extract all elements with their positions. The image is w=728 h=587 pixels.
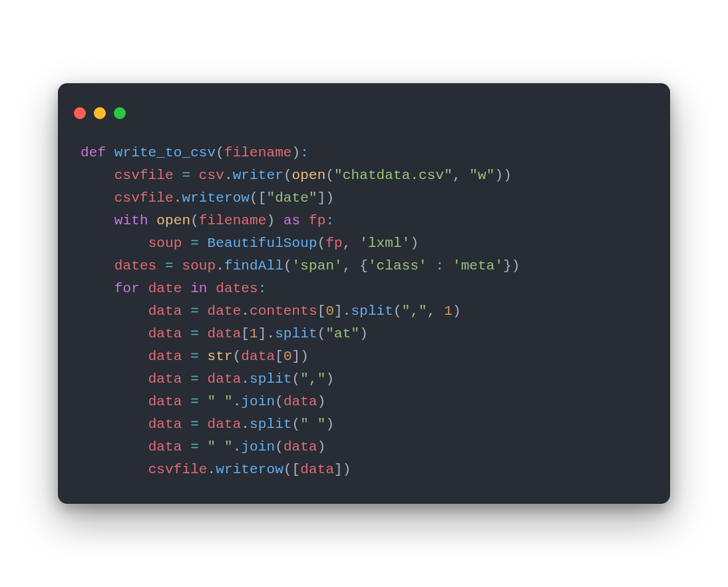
code-token bbox=[81, 281, 114, 296]
code-token bbox=[81, 168, 114, 183]
code-token: ( bbox=[233, 349, 242, 364]
code-token: dates bbox=[216, 281, 258, 296]
code-token: 'lxml' bbox=[359, 236, 410, 251]
code-token bbox=[300, 213, 309, 228]
code-token: )) bbox=[494, 168, 511, 183]
code-token: as bbox=[283, 213, 300, 228]
code-token bbox=[182, 326, 190, 341]
code-token: data bbox=[148, 371, 182, 387]
code-token: . bbox=[174, 190, 182, 206]
code-token bbox=[156, 258, 165, 274]
code-token: . bbox=[241, 371, 250, 387]
code-token: split bbox=[250, 417, 292, 432]
code-token: "w" bbox=[469, 168, 494, 183]
code-token: data bbox=[148, 439, 182, 455]
code-token: ( bbox=[393, 303, 402, 319]
code-token: ]. bbox=[258, 326, 275, 341]
code-token bbox=[182, 281, 190, 296]
stage: def write_to_csv(filename): csvfile = cs… bbox=[0, 0, 728, 587]
code-token: = bbox=[165, 258, 174, 274]
code-token: csvfile bbox=[148, 462, 208, 477]
code-token: BeautifulSoup bbox=[208, 236, 317, 251]
code-token: = bbox=[190, 394, 199, 409]
code-token: with bbox=[114, 213, 148, 228]
code-token: = bbox=[190, 439, 199, 455]
code-window: def write_to_csv(filename): csvfile = cs… bbox=[58, 83, 670, 504]
code-token: ( bbox=[317, 236, 326, 251]
code-token: split bbox=[250, 371, 292, 387]
code-token: fp bbox=[325, 236, 342, 251]
minimize-icon[interactable] bbox=[94, 107, 106, 119]
code-block: def write_to_csv(filename): csvfile = cs… bbox=[58, 128, 670, 481]
code-token: : bbox=[436, 258, 445, 274]
code-token: 1 bbox=[250, 326, 258, 341]
code-token: = bbox=[190, 326, 199, 341]
code-token: ) bbox=[317, 394, 326, 409]
code-token: ) bbox=[453, 303, 461, 319]
code-token: findAll bbox=[224, 258, 283, 274]
code-token bbox=[199, 371, 208, 387]
close-icon[interactable] bbox=[74, 107, 86, 119]
code-token: date bbox=[148, 281, 182, 296]
code-token: , bbox=[427, 303, 444, 319]
code-token: data bbox=[283, 394, 317, 409]
code-token: 1 bbox=[444, 303, 453, 319]
code-token bbox=[427, 258, 436, 274]
code-token: data bbox=[148, 349, 182, 364]
code-token bbox=[199, 326, 208, 341]
code-token: . bbox=[208, 462, 216, 477]
code-token: open bbox=[156, 213, 190, 228]
code-token: . bbox=[233, 394, 242, 409]
code-token bbox=[199, 236, 208, 251]
code-token: ]) bbox=[317, 190, 334, 206]
code-token: ( bbox=[317, 326, 326, 341]
code-token: " " bbox=[300, 417, 325, 432]
code-token bbox=[148, 213, 157, 228]
code-token: , bbox=[343, 236, 359, 251]
code-token: 'span' bbox=[292, 258, 343, 274]
code-token: = bbox=[190, 349, 199, 364]
code-token bbox=[174, 168, 182, 183]
code-token: " " bbox=[208, 439, 233, 455]
code-token bbox=[182, 439, 190, 455]
code-token bbox=[199, 439, 208, 455]
code-token: ( bbox=[283, 258, 292, 274]
code-token: data bbox=[300, 462, 334, 477]
code-token bbox=[81, 371, 148, 387]
code-token: ( bbox=[190, 213, 199, 228]
code-token: ) bbox=[359, 326, 368, 341]
code-token bbox=[182, 371, 190, 387]
code-token: ( bbox=[325, 168, 334, 183]
code-token: data bbox=[148, 394, 182, 409]
code-token: ) bbox=[266, 213, 283, 228]
code-token bbox=[140, 281, 148, 296]
code-token bbox=[81, 326, 148, 341]
code-token bbox=[208, 281, 216, 296]
code-token bbox=[199, 303, 208, 319]
code-token: data bbox=[148, 326, 182, 341]
code-token: data bbox=[283, 439, 317, 455]
code-token: fp bbox=[309, 213, 325, 228]
code-token bbox=[81, 303, 148, 319]
code-token: [ bbox=[275, 349, 283, 364]
code-token: ) bbox=[325, 371, 334, 387]
code-token: for bbox=[114, 281, 140, 296]
code-token: data bbox=[148, 417, 182, 432]
code-token: date bbox=[208, 303, 242, 319]
code-token bbox=[106, 145, 114, 160]
code-token bbox=[81, 349, 148, 364]
window-titlebar bbox=[58, 83, 670, 128]
code-token: filename bbox=[199, 213, 267, 228]
code-token: . bbox=[241, 303, 250, 319]
code-token: : bbox=[258, 281, 267, 296]
code-token: data bbox=[208, 326, 242, 341]
code-token: ([ bbox=[250, 190, 266, 206]
code-token: ( bbox=[292, 417, 301, 432]
code-token: csv bbox=[199, 168, 224, 183]
code-token: "at" bbox=[325, 326, 359, 341]
code-token: 'meta' bbox=[453, 258, 503, 274]
code-token: writerow bbox=[216, 462, 283, 477]
zoom-icon[interactable] bbox=[114, 107, 126, 119]
code-token: "chatdata.csv" bbox=[334, 168, 453, 183]
code-token: csvfile bbox=[114, 168, 174, 183]
